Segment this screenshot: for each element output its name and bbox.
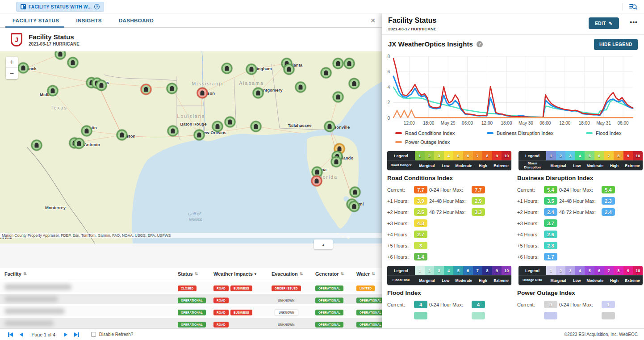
status-badge: ROAD: [213, 285, 229, 291]
facility-marker[interactable]: [194, 130, 205, 141]
index-title: Power Outage Index: [517, 290, 644, 296]
facility-marker[interactable]: [350, 187, 361, 198]
legend-item[interactable]: Road Conditions Index: [395, 130, 487, 136]
scale-value: 7: [473, 266, 483, 275]
facility-status-section: FACILITY STATUSINSIGHTSDASHBOARD ✕ J Fac…: [0, 13, 382, 328]
last-page-button[interactable]: [74, 332, 79, 337]
facility-marker[interactable]: [324, 121, 335, 132]
board-tab-close-icon[interactable]: ✕: [94, 4, 100, 9]
table-row[interactable]: OPERATIONAL ROADBUSINESS UNKNOWN OPERATI…: [0, 306, 382, 316]
index-value-chip: 2.9: [472, 197, 485, 205]
table-row[interactable]: OPERATIONAL ROAD UNKNOWN OPERATIONAL OPE…: [0, 318, 382, 328]
index-value-chip: [472, 312, 485, 319]
column-header-water[interactable]: Water⇅: [356, 271, 382, 277]
tab-facility-status[interactable]: FACILITY STATUS: [13, 13, 59, 28]
index-row-label: +2 Hours:: [387, 210, 414, 215]
status-badge: OPERATIONAL: [315, 322, 343, 327]
index-value-chip: 2.7: [414, 231, 427, 238]
board-tab[interactable]: FACILITY STATUS WITH W... ✕: [16, 2, 104, 12]
column-header-evacuation[interactable]: Evacuation⇅: [272, 271, 315, 277]
board-tab-label: FACILITY STATUS WITH W...: [29, 4, 92, 9]
facility-marker[interactable]: [74, 138, 85, 149]
scale-value: 10: [633, 151, 643, 160]
table-row[interactable]: OPERATIONAL ROAD UNKNOWN OPERATIONAL OPE…: [0, 294, 382, 304]
facility-marker[interactable]: [253, 88, 264, 99]
facility-marker[interactable]: [349, 201, 360, 212]
section-close-icon[interactable]: ✕: [370, 17, 376, 24]
svg-text:May 31: May 31: [596, 121, 611, 126]
building-icon: [216, 124, 220, 129]
legend-item[interactable]: Flood Index: [586, 130, 644, 136]
copyright-text: ©2023 ESi Acquisition, Inc. WebEOC: [564, 332, 638, 337]
facility-marker[interactable]: [222, 63, 233, 74]
building-icon: [59, 52, 63, 57]
more-menu-button[interactable]: •••: [630, 19, 638, 26]
help-icon[interactable]: ?: [477, 41, 483, 47]
disable-refresh-checkbox[interactable]: Disable Refresh?: [91, 332, 134, 337]
legend-item[interactable]: Power Outage Index: [395, 139, 487, 145]
facility-marker[interactable]: [31, 140, 42, 151]
facility-marker[interactable]: [284, 64, 295, 75]
facility-marker[interactable]: [67, 57, 79, 68]
column-header-facility[interactable]: Facility⇅: [4, 271, 178, 277]
facility-marker[interactable]: [349, 78, 360, 89]
facility-marker[interactable]: [197, 88, 208, 99]
facility-marker[interactable]: [246, 64, 257, 75]
previous-page-button[interactable]: [20, 332, 23, 337]
index-row-label: Current:: [517, 187, 544, 193]
facility-marker[interactable]: [321, 67, 332, 79]
checkbox-icon[interactable]: [91, 332, 96, 337]
facility-marker[interactable]: [167, 83, 178, 94]
hide-legend-button[interactable]: HIDE LEGEND: [594, 39, 638, 50]
sort-icon: ⇅: [300, 272, 303, 276]
building-icon: [328, 124, 332, 129]
scale-value: 1: [546, 151, 556, 160]
building-icon: [347, 61, 351, 66]
facility-marker[interactable]: [333, 58, 344, 69]
first-page-button[interactable]: [8, 332, 13, 337]
pencil-icon: ✎: [609, 21, 613, 26]
collapse-button[interactable]: ▲: [314, 239, 333, 249]
building-icon: [170, 86, 174, 91]
scale-value: 6: [463, 151, 473, 160]
facility-marker[interactable]: [81, 126, 92, 137]
scale-band: Extreme: [622, 161, 643, 170]
list-search-icon[interactable]: [629, 2, 638, 11]
building-icon: [336, 95, 340, 100]
facility-marker[interactable]: [344, 58, 355, 69]
column-header-status[interactable]: Status⇅: [178, 271, 213, 277]
edit-button[interactable]: EDIT✎: [589, 17, 619, 29]
tab-insights[interactable]: INSIGHTS: [76, 13, 102, 28]
scale-value: 8: [614, 151, 623, 160]
next-page-button[interactable]: [64, 332, 67, 337]
building-icon: [71, 60, 75, 65]
facility-marker[interactable]: [225, 117, 236, 128]
column-header-generator[interactable]: Generator⇅: [315, 271, 356, 277]
index-row-label: +6 Hours:: [387, 254, 414, 260]
facility-marker[interactable]: [212, 121, 223, 132]
facility-map[interactable]: + − LubbockMidlandDallasAustinHoustonSan…: [0, 51, 382, 243]
column-header-weather-impacts[interactable]: Weather Impacts▾: [213, 271, 272, 277]
table-row[interactable]: CLOSED ROADBUSINESS ORDER ISSUED OPERATI…: [0, 282, 382, 292]
facility-marker[interactable]: [96, 80, 107, 91]
facility-marker[interactable]: [331, 156, 342, 168]
facility-marker[interactable]: [141, 84, 152, 95]
scale-value: 1: [546, 266, 556, 275]
facility-marker[interactable]: [295, 82, 306, 93]
legend-item[interactable]: Business Disruption Index: [487, 130, 586, 136]
facility-marker[interactable]: [251, 121, 262, 132]
facility-marker[interactable]: [47, 85, 59, 97]
facility-marker[interactable]: [117, 130, 128, 141]
juvare-logo-icon: J: [11, 33, 22, 46]
facility-marker[interactable]: [311, 176, 322, 187]
zoom-in-button[interactable]: +: [6, 57, 18, 68]
building-icon: [21, 66, 25, 71]
facility-marker[interactable]: [167, 126, 179, 137]
facility-marker[interactable]: [333, 92, 344, 103]
svg-text:May 29: May 29: [441, 121, 456, 126]
building-icon: [324, 71, 328, 76]
scale-band: Marginal: [415, 161, 439, 170]
zoom-out-button[interactable]: −: [6, 68, 18, 79]
tab-dashboard[interactable]: DASHBOARD: [119, 13, 154, 28]
facility-marker[interactable]: [18, 63, 29, 74]
